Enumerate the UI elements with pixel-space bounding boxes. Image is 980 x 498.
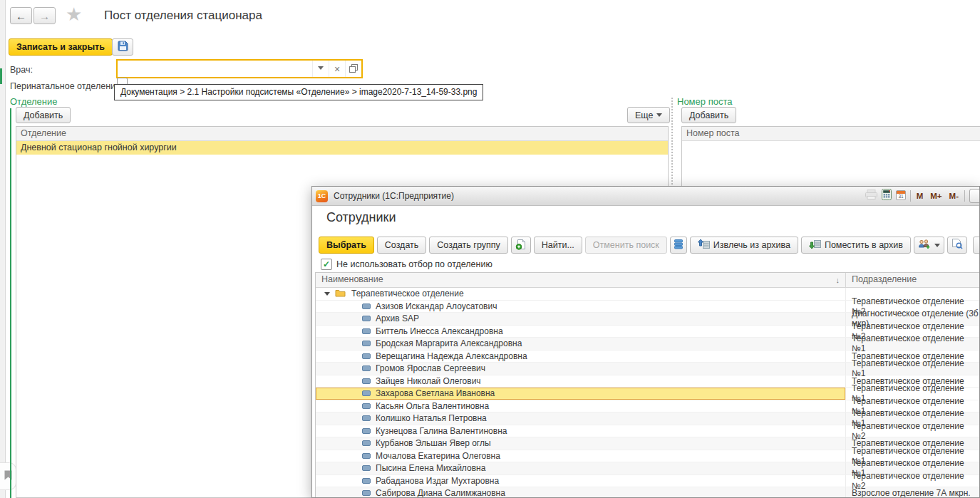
employee-dept: Терапевтическое отделение №2 <box>846 425 979 437</box>
find-button[interactable]: Найти... <box>534 237 582 254</box>
add-user-icon <box>918 239 931 251</box>
put-to-archive-button[interactable]: Поместить в архив <box>801 237 911 254</box>
employee-item-icon <box>362 304 371 309</box>
favorite-star-icon[interactable]: ★ <box>66 4 82 24</box>
employee-name: Колишко Наталья Петровна <box>376 413 487 423</box>
forward-arrow-icon: → <box>39 10 50 22</box>
page-title: Пост отделения стационара <box>104 9 262 23</box>
department-row[interactable]: Дневной стационар гнойной хирургии <box>16 141 668 155</box>
employee-dept: Терапевтическое отделение №1 <box>846 363 979 375</box>
doctor-input[interactable]: × <box>116 59 363 78</box>
employee-item-icon <box>362 478 371 484</box>
titlebar-separator <box>910 190 911 202</box>
calculator-icon[interactable] <box>882 189 892 203</box>
department-more-button[interactable]: Еще <box>627 107 670 123</box>
department-column-header[interactable]: Отделение <box>16 127 668 141</box>
sort-descending-icon: ↓ <box>836 274 840 287</box>
create-new-icon-button[interactable] <box>511 237 531 254</box>
choose-from-list-icon <box>349 63 358 76</box>
employee-name: Архив SAP <box>376 313 419 323</box>
doctor-field-label: Врач: <box>10 65 33 75</box>
filter-checkbox[interactable]: ✓ <box>321 259 332 270</box>
employees-table: Наименование ↓ Подразделение Терапевтиче… <box>315 272 979 497</box>
employee-item-icon <box>362 341 371 346</box>
window-title: Сотрудники (1С:Предприятие) <box>334 191 454 201</box>
employee-row[interactable]: Кузнецова Галина Валентиновна Терапевтич… <box>316 425 979 438</box>
archive-up-arrow-icon <box>698 239 710 251</box>
employee-dept: Терапевтическое отделение №2 <box>846 475 979 487</box>
employee-name: Бродская Маргарита Александровна <box>376 338 522 348</box>
memory-mplus-button[interactable]: M+ <box>929 192 943 200</box>
breadcrumb-tooltip: Документация > 2.1 Настройки подсистемы … <box>114 84 483 100</box>
employee-name: Громов Ярослав Сергеевич <box>376 363 485 373</box>
employee-item-icon <box>362 403 371 409</box>
chevron-down-icon <box>318 66 324 73</box>
doctor-dropdown-button[interactable] <box>312 61 329 77</box>
column-header-name[interactable]: Наименование ↓ <box>316 273 846 287</box>
employee-item-icon <box>362 353 371 359</box>
bookmarks-panel-tab[interactable] <box>0 462 16 490</box>
employee-item-icon <box>362 465 371 471</box>
employee-item-icon <box>362 453 371 459</box>
check-icon: ✓ <box>323 260 330 269</box>
employee-item-icon <box>362 365 371 371</box>
dialog-toolbar: Выбрать Создать Создать группу Найти... … <box>319 237 980 254</box>
employee-dept: Терапевтическое отделение №1 <box>846 338 979 350</box>
create-group-button[interactable]: Создать группу <box>429 237 507 254</box>
to-archive-label: Поместить в архив <box>825 240 903 250</box>
employee-name: Курбанов Эльшан Явер оглы <box>376 438 491 448</box>
post-add-button[interactable]: Добавить <box>681 107 736 123</box>
extract-from-archive-button[interactable]: Извлечь из архива <box>690 237 798 254</box>
expand-collapse-icon[interactable] <box>324 292 330 299</box>
folder-icon <box>335 289 346 299</box>
print-icon[interactable] <box>865 190 877 202</box>
employee-item-icon <box>362 440 371 446</box>
employee-row[interactable]: Рабаданова Издаг Мухтаровна Терапевтичес… <box>316 475 979 488</box>
save-and-close-button[interactable]: Записать и закрыть <box>9 38 113 56</box>
employee-item-icon <box>362 428 371 434</box>
list-view-icon-button[interactable] <box>670 237 687 254</box>
search-settings-icon-button[interactable] <box>947 237 967 254</box>
employee-row[interactable]: Громов Ярослав Сергеевич Терапевтическое… <box>316 363 979 375</box>
perinatal-checkbox-label: Перинатальное отделение <box>10 81 120 91</box>
post-column-header[interactable]: Номер поста <box>682 127 980 141</box>
doctor-choose-button[interactable] <box>345 61 361 77</box>
titlebar-separator <box>964 190 965 202</box>
filter-checkbox-label: Не использовать отбор по отделению <box>336 259 492 269</box>
window-control-button[interactable] <box>969 189 980 203</box>
archive-down-arrow-icon <box>809 239 821 251</box>
employee-row[interactable]: Бродская Маргарита Александровна Терапев… <box>316 338 979 351</box>
employee-item-icon <box>362 390 371 396</box>
floppy-disk-icon <box>118 41 128 53</box>
forward-button[interactable]: → <box>33 7 56 24</box>
employee-item-icon <box>362 378 371 384</box>
save-button[interactable] <box>112 38 133 56</box>
list-icon <box>674 239 683 251</box>
select-button[interactable]: Выбрать <box>319 237 374 254</box>
memory-m-button[interactable]: M <box>915 192 925 200</box>
dialog-more-button[interactable]: Еще <box>973 237 980 254</box>
add-user-dropdown-button[interactable] <box>914 237 944 254</box>
window-titlebar[interactable]: 1С Сотрудники (1С:Предприятие) <box>312 187 979 206</box>
filter-checkbox-row[interactable]: ✓ Не использовать отбор по отделению <box>321 259 492 270</box>
calendar-icon[interactable]: 31 <box>896 190 906 203</box>
doctor-input-value <box>118 61 312 77</box>
employee-name: Биттель Инесса Александровна <box>376 326 503 336</box>
employee-name: Рабаданова Издаг Мухтаровна <box>376 476 499 486</box>
svg-text:31: 31 <box>898 194 904 199</box>
employee-dept: Взрослое отделение 7А мкрн. <box>846 487 979 498</box>
doctor-clear-button[interactable]: × <box>329 61 345 77</box>
column-header-department[interactable]: Подразделение <box>846 273 979 287</box>
employee-name: Касьян Ольга Валентиновна <box>376 401 489 411</box>
memory-mminus-button[interactable]: M- <box>948 192 960 200</box>
extract-label: Извлечь из архива <box>713 240 790 250</box>
employee-item-icon <box>362 316 371 321</box>
back-button[interactable]: ← <box>10 7 32 24</box>
employees-window: 1С Сотрудники (1С:Предприятие) <box>311 186 980 498</box>
cancel-search-button[interactable]: Отменить поиск <box>585 237 667 254</box>
department-add-button[interactable]: Добавить <box>16 107 71 123</box>
screen: ← → ★ Пост отделения стационара Записать… <box>0 0 980 498</box>
employee-row[interactable]: Сабирова Диана Салимжановна Взрослое отд… <box>316 487 979 498</box>
create-button[interactable]: Создать <box>377 237 427 254</box>
document-magnifier-icon <box>951 239 963 251</box>
